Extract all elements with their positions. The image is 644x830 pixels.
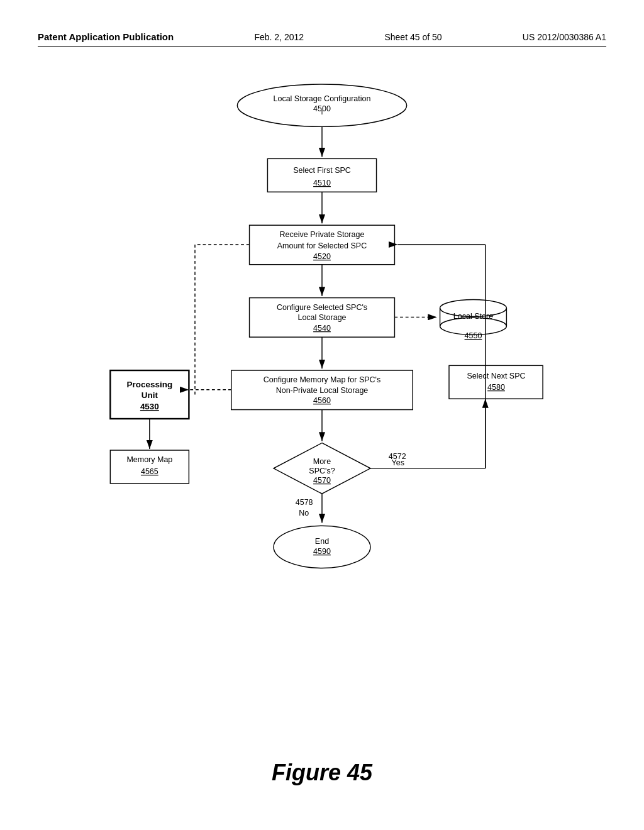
node-4540-line1: Configure Selected SPC's — [277, 303, 367, 312]
node-4570-line2: SPC's? — [309, 467, 335, 475]
node-4520-line1: Receive Private Storage — [280, 230, 365, 239]
node-4565-id: 4565 — [141, 467, 158, 476]
figure-caption: Figure 45 — [0, 760, 644, 786]
node-4570-id: 4570 — [313, 476, 331, 485]
node-4510-label: Select First SPC — [293, 166, 351, 175]
diagram-svg: Local Storage Configuration 4500 Select … — [38, 69, 606, 704]
label-no: No — [299, 509, 309, 517]
label-4578: 4578 — [296, 498, 313, 507]
node-4560-line2: Non-Private Local Storage — [276, 386, 369, 395]
header-patent: US 2012/0030386 A1 — [523, 32, 606, 42]
node-4550-label: Local Store — [453, 312, 493, 321]
node-4530-line2: Unit — [142, 390, 158, 400]
node-4500-label: Local Storage Configuration — [274, 94, 371, 103]
label-yes: Yes — [392, 458, 404, 467]
header: Patent Application Publication Feb. 2, 2… — [38, 31, 606, 47]
node-4550-id: 4550 — [465, 331, 482, 340]
header-date: Feb. 2, 2012 — [254, 32, 304, 42]
node-4540-line2: Local Storage — [297, 313, 346, 322]
node-4560-id: 4560 — [313, 396, 331, 405]
node-4580-label: Select Next SPC — [467, 372, 525, 380]
flowchart: Local Storage Configuration 4500 Select … — [38, 69, 606, 704]
node-4520-line2: Amount for Selected SPC — [277, 241, 367, 250]
node-4520-id: 4520 — [313, 252, 331, 261]
header-title: Patent Application Publication — [38, 31, 174, 42]
svg-rect-27 — [449, 365, 543, 399]
node-4590-label: End — [315, 537, 329, 546]
node-4580-id: 4580 — [487, 383, 505, 392]
node-4590-id: 4590 — [313, 547, 331, 556]
node-4530-id: 4530 — [140, 402, 159, 411]
node-4565-label: Memory Map — [126, 455, 172, 464]
node-4510-id: 4510 — [313, 179, 331, 187]
header-sheet: Sheet 45 of 50 — [384, 32, 441, 42]
node-4540-id: 4540 — [313, 324, 331, 333]
page: Patent Application Publication Feb. 2, 2… — [0, 0, 644, 830]
node-4570-line1: More — [313, 457, 331, 466]
node-4530-line1: Processing — [127, 380, 173, 389]
node-4560-line1: Configure Memory Map for SPC's — [264, 375, 380, 384]
